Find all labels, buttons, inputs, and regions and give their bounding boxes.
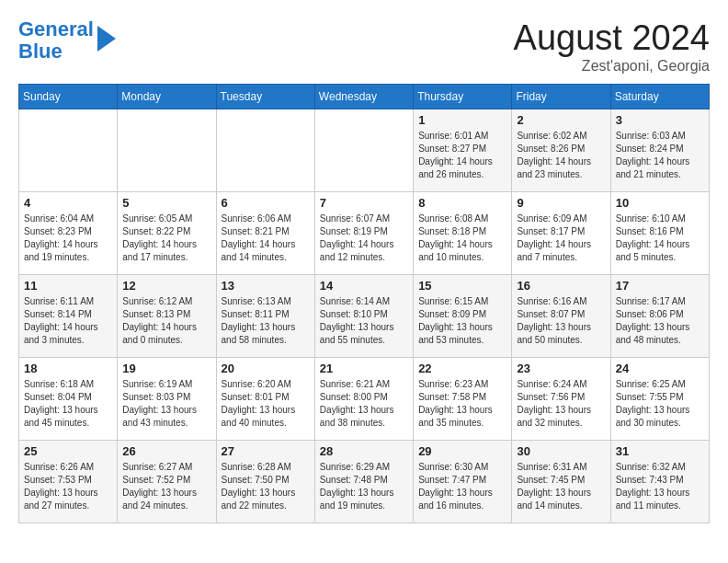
page-header: General Blue August 2024 Zest'aponi, Geo… (18, 18, 710, 75)
day-number: 6 (222, 196, 310, 210)
logo-arrow-icon (97, 26, 116, 52)
day-cell: 29Sunrise: 6:30 AM Sunset: 7:47 PM Dayli… (414, 441, 512, 523)
day-info: Sunrise: 6:05 AM Sunset: 8:22 PM Dayligh… (122, 213, 210, 264)
day-number: 23 (517, 362, 605, 375)
day-number: 18 (24, 362, 112, 375)
weekday-header-friday: Friday (512, 85, 610, 109)
logo: General Blue (18, 18, 116, 63)
day-info: Sunrise: 6:03 AM Sunset: 8:24 PM Dayligh… (616, 130, 704, 181)
day-number: 24 (616, 362, 704, 375)
day-info: Sunrise: 6:24 AM Sunset: 7:56 PM Dayligh… (517, 378, 605, 430)
day-number: 28 (320, 444, 408, 458)
day-cell (118, 109, 216, 192)
month-title: August 2024 (514, 18, 710, 58)
day-info: Sunrise: 6:09 AM Sunset: 8:17 PM Dayligh… (517, 213, 605, 264)
day-cell: 22Sunrise: 6:23 AM Sunset: 7:58 PM Dayli… (414, 358, 512, 441)
day-cell: 17Sunrise: 6:17 AM Sunset: 8:06 PM Dayli… (610, 275, 709, 358)
day-cell: 27Sunrise: 6:28 AM Sunset: 7:50 PM Dayli… (216, 441, 314, 523)
week-row-1: 1Sunrise: 6:01 AM Sunset: 8:27 PM Daylig… (19, 109, 710, 192)
weekday-header-tuesday: Tuesday (216, 85, 314, 109)
day-info: Sunrise: 6:14 AM Sunset: 8:10 PM Dayligh… (320, 295, 408, 347)
day-cell (314, 109, 413, 192)
day-info: Sunrise: 6:25 AM Sunset: 7:55 PM Dayligh… (616, 378, 704, 430)
day-info: Sunrise: 6:30 AM Sunset: 7:47 PM Dayligh… (418, 461, 506, 512)
day-number: 20 (222, 362, 310, 375)
day-info: Sunrise: 6:11 AM Sunset: 8:14 PM Dayligh… (24, 295, 112, 347)
day-number: 25 (24, 444, 112, 458)
day-cell: 11Sunrise: 6:11 AM Sunset: 8:14 PM Dayli… (19, 275, 118, 358)
weekday-header-sunday: Sunday (19, 85, 118, 109)
day-number: 17 (616, 279, 704, 293)
day-cell: 10Sunrise: 6:10 AM Sunset: 8:16 PM Dayli… (610, 192, 709, 275)
day-number: 27 (222, 444, 310, 458)
day-number: 7 (320, 196, 408, 210)
day-info: Sunrise: 6:17 AM Sunset: 8:06 PM Dayligh… (616, 295, 704, 347)
week-row-2: 4Sunrise: 6:04 AM Sunset: 8:23 PM Daylig… (19, 192, 710, 275)
day-cell: 19Sunrise: 6:19 AM Sunset: 8:03 PM Dayli… (118, 358, 216, 441)
day-cell: 30Sunrise: 6:31 AM Sunset: 7:45 PM Dayli… (512, 441, 610, 523)
day-info: Sunrise: 6:15 AM Sunset: 8:09 PM Dayligh… (418, 295, 506, 347)
day-info: Sunrise: 6:29 AM Sunset: 7:48 PM Dayligh… (320, 461, 408, 512)
day-number: 22 (418, 362, 506, 375)
day-info: Sunrise: 6:28 AM Sunset: 7:50 PM Dayligh… (222, 461, 310, 512)
weekday-header-wednesday: Wednesday (314, 85, 413, 109)
logo-text: General Blue (18, 18, 94, 63)
day-cell: 3Sunrise: 6:03 AM Sunset: 8:24 PM Daylig… (610, 109, 709, 192)
week-row-4: 18Sunrise: 6:18 AM Sunset: 8:04 PM Dayli… (19, 358, 710, 441)
day-number: 19 (122, 362, 210, 375)
day-info: Sunrise: 6:31 AM Sunset: 7:45 PM Dayligh… (517, 461, 605, 512)
day-info: Sunrise: 6:07 AM Sunset: 8:19 PM Dayligh… (320, 213, 408, 264)
day-number: 11 (24, 279, 112, 293)
day-info: Sunrise: 6:06 AM Sunset: 8:21 PM Dayligh… (222, 213, 310, 264)
day-info: Sunrise: 6:01 AM Sunset: 8:27 PM Dayligh… (418, 130, 506, 181)
day-info: Sunrise: 6:26 AM Sunset: 7:53 PM Dayligh… (24, 461, 112, 512)
day-number: 21 (320, 362, 408, 375)
day-cell: 16Sunrise: 6:16 AM Sunset: 8:07 PM Dayli… (512, 275, 610, 358)
day-cell: 20Sunrise: 6:20 AM Sunset: 8:01 PM Dayli… (216, 358, 314, 441)
day-info: Sunrise: 6:27 AM Sunset: 7:52 PM Dayligh… (122, 461, 210, 512)
day-cell: 7Sunrise: 6:07 AM Sunset: 8:19 PM Daylig… (314, 192, 413, 275)
weekday-header-monday: Monday (118, 85, 216, 109)
day-number: 13 (222, 279, 310, 293)
day-cell: 9Sunrise: 6:09 AM Sunset: 8:17 PM Daylig… (512, 192, 610, 275)
day-cell: 4Sunrise: 6:04 AM Sunset: 8:23 PM Daylig… (19, 192, 118, 275)
day-cell: 23Sunrise: 6:24 AM Sunset: 7:56 PM Dayli… (512, 358, 610, 441)
day-info: Sunrise: 6:13 AM Sunset: 8:11 PM Dayligh… (222, 295, 310, 347)
logo-blue: Blue (18, 40, 63, 63)
day-cell: 12Sunrise: 6:12 AM Sunset: 8:13 PM Dayli… (118, 275, 216, 358)
day-info: Sunrise: 6:16 AM Sunset: 8:07 PM Dayligh… (517, 295, 605, 347)
day-cell: 25Sunrise: 6:26 AM Sunset: 7:53 PM Dayli… (19, 441, 118, 523)
day-cell: 26Sunrise: 6:27 AM Sunset: 7:52 PM Dayli… (118, 441, 216, 523)
day-info: Sunrise: 6:20 AM Sunset: 8:01 PM Dayligh… (222, 378, 310, 430)
day-number: 16 (517, 279, 605, 293)
day-cell: 1Sunrise: 6:01 AM Sunset: 8:27 PM Daylig… (414, 109, 512, 192)
day-number: 10 (616, 196, 704, 210)
day-info: Sunrise: 6:10 AM Sunset: 8:16 PM Dayligh… (616, 213, 704, 264)
day-info: Sunrise: 6:21 AM Sunset: 8:00 PM Dayligh… (320, 378, 408, 430)
day-number: 3 (616, 113, 704, 127)
day-cell: 5Sunrise: 6:05 AM Sunset: 8:22 PM Daylig… (118, 192, 216, 275)
weekday-header-row: SundayMondayTuesdayWednesdayThursdayFrid… (19, 85, 710, 109)
day-cell (216, 109, 314, 192)
day-number: 12 (122, 279, 210, 293)
day-number: 2 (517, 113, 605, 127)
day-info: Sunrise: 6:32 AM Sunset: 7:43 PM Dayligh… (616, 461, 704, 512)
day-cell: 18Sunrise: 6:18 AM Sunset: 8:04 PM Dayli… (19, 358, 118, 441)
day-number: 9 (517, 196, 605, 210)
day-info: Sunrise: 6:08 AM Sunset: 8:18 PM Dayligh… (418, 213, 506, 264)
day-info: Sunrise: 6:02 AM Sunset: 8:26 PM Dayligh… (517, 130, 605, 181)
day-cell: 2Sunrise: 6:02 AM Sunset: 8:26 PM Daylig… (512, 109, 610, 192)
week-row-5: 25Sunrise: 6:26 AM Sunset: 7:53 PM Dayli… (19, 441, 710, 523)
day-cell (19, 109, 118, 192)
week-row-3: 11Sunrise: 6:11 AM Sunset: 8:14 PM Dayli… (19, 275, 710, 358)
day-cell: 8Sunrise: 6:08 AM Sunset: 8:18 PM Daylig… (414, 192, 512, 275)
day-number: 5 (122, 196, 210, 210)
day-cell: 14Sunrise: 6:14 AM Sunset: 8:10 PM Dayli… (314, 275, 413, 358)
location-title: Zest'aponi, Georgia (514, 58, 710, 75)
day-cell: 15Sunrise: 6:15 AM Sunset: 8:09 PM Dayli… (414, 275, 512, 358)
day-info: Sunrise: 6:18 AM Sunset: 8:04 PM Dayligh… (24, 378, 112, 430)
day-number: 31 (616, 444, 704, 458)
day-info: Sunrise: 6:23 AM Sunset: 7:58 PM Dayligh… (418, 378, 506, 430)
day-info: Sunrise: 6:12 AM Sunset: 8:13 PM Dayligh… (122, 295, 210, 347)
day-number: 29 (418, 444, 506, 458)
